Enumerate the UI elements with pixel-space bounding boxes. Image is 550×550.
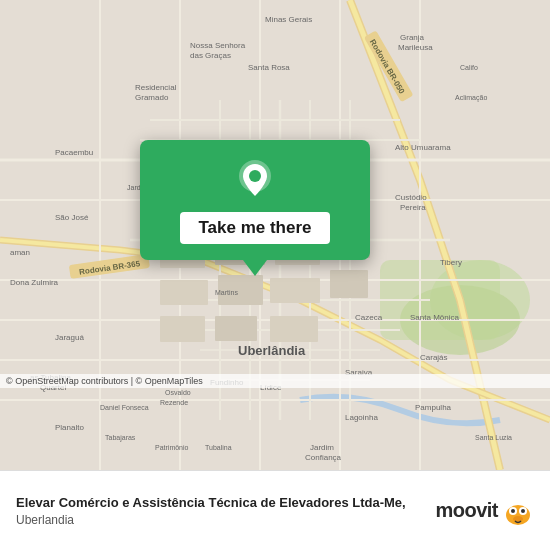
svg-point-96 [513,516,523,522]
map-attribution: © OpenStreetMap contributors | © OpenMap… [0,374,550,388]
svg-text:Planalto: Planalto [55,423,84,432]
svg-rect-39 [215,316,257,341]
svg-text:Nossa Senhora: Nossa Senhora [190,41,246,50]
moovit-mascot-icon [502,495,534,527]
svg-text:Custódio: Custódio [395,193,427,202]
svg-text:Uberlândia: Uberlândia [238,343,306,358]
svg-text:Dona Zulmira: Dona Zulmira [10,278,59,287]
svg-text:aman: aman [10,248,30,257]
svg-text:Daniel Fonseca: Daniel Fonseca [100,404,149,411]
svg-text:Martins: Martins [215,289,238,296]
svg-text:Tibery: Tibery [440,258,462,267]
svg-text:Jardim: Jardim [310,443,334,452]
svg-text:Santa Mônica: Santa Mônica [410,313,459,322]
svg-text:Minas Gerais: Minas Gerais [265,15,312,24]
svg-text:das Graças: das Graças [190,51,231,60]
svg-text:Jaraguá: Jaraguá [55,333,84,342]
moovit-text: moovit [435,499,498,522]
svg-rect-37 [330,270,368,298]
location-popup: Take me there [140,140,370,260]
place-subtitle: Uberlandia [16,513,425,527]
svg-rect-34 [160,280,208,305]
svg-rect-40 [270,316,318,342]
svg-text:Osvaldo: Osvaldo [165,389,191,396]
svg-text:Pereira: Pereira [400,203,426,212]
svg-text:Lagoinha: Lagoinha [345,413,378,422]
svg-text:Aclimação: Aclimação [455,94,487,102]
svg-rect-36 [270,278,320,303]
svg-text:Gramado: Gramado [135,93,169,102]
pin-icon [233,158,277,202]
svg-text:Cazeca: Cazeca [355,313,383,322]
svg-point-94 [511,509,515,513]
svg-text:Residencial: Residencial [135,83,177,92]
svg-text:Alto Umuarama: Alto Umuarama [395,143,451,152]
svg-text:Pampulha: Pampulha [415,403,452,412]
svg-text:Confiança: Confiança [305,453,342,462]
svg-point-95 [521,509,525,513]
bottom-bar: Elevar Comércio e Assistência Técnica de… [0,470,550,550]
svg-text:Santa Luzia: Santa Luzia [475,434,512,441]
svg-text:Carajás: Carajás [420,353,448,362]
svg-text:Santa Rosa: Santa Rosa [248,63,290,72]
map-view[interactable]: Uberlândia Residencial Gramado Pacaembu … [0,0,550,470]
place-title: Elevar Comércio e Assistência Técnica de… [16,494,425,512]
svg-text:Patrimônio: Patrimônio [155,444,189,451]
svg-point-90 [249,170,261,182]
svg-text:São José: São José [55,213,89,222]
place-info: Elevar Comércio e Assistência Técnica de… [16,494,425,526]
svg-text:Califo: Califo [460,64,478,71]
svg-text:Rezende: Rezende [160,399,188,406]
svg-text:Marileusa: Marileusa [398,43,433,52]
take-me-there-button[interactable]: Take me there [180,212,329,244]
svg-text:Pacaembu: Pacaembu [55,148,93,157]
svg-text:Tabajaras: Tabajaras [105,434,136,442]
moovit-logo: moovit [435,495,534,527]
svg-rect-38 [160,316,205,342]
svg-text:Tubalina: Tubalina [205,444,232,451]
svg-text:Granja: Granja [400,33,425,42]
